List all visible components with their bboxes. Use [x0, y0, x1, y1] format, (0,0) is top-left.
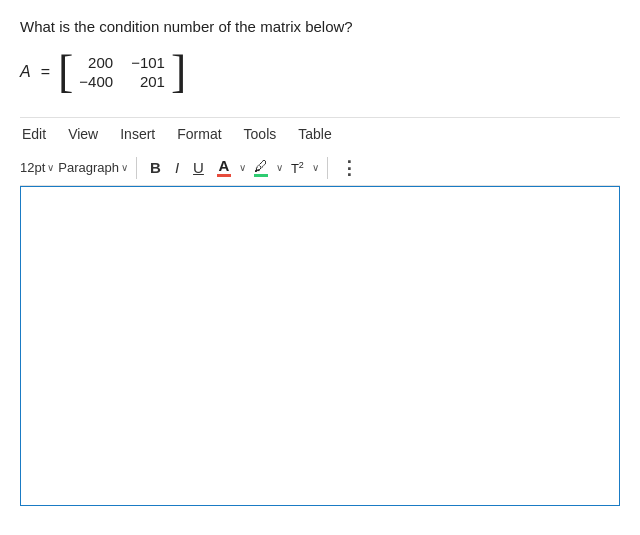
matrix-cell-10: −400 — [79, 73, 113, 90]
font-size-chevron: ∨ — [47, 162, 54, 173]
matrix-values: 200 −101 −400 201 — [73, 52, 171, 92]
matrix-block: A = [ 200 −101 −400 201 ] — [20, 49, 620, 95]
font-size-select[interactable]: 12pt ∨ — [20, 160, 54, 175]
menu-view[interactable]: View — [66, 124, 100, 144]
highlight-letter: 🖊 — [254, 159, 268, 173]
editor-area-wrap — [20, 186, 620, 506]
font-color-bar — [217, 174, 231, 177]
highlight-button[interactable]: 🖊 — [250, 157, 272, 179]
highlight-bar — [254, 174, 268, 177]
matrix-cell-11: 201 — [131, 73, 165, 90]
font-size-value: 12pt — [20, 160, 45, 175]
font-color-chevron[interactable]: ∨ — [239, 162, 246, 173]
italic-button[interactable]: I — [170, 155, 184, 180]
menu-edit[interactable]: Edit — [20, 124, 48, 144]
matrix-label: A — [20, 63, 31, 81]
editor-textarea[interactable] — [21, 187, 619, 505]
bracket-right: ] — [171, 49, 186, 95]
matrix-equals: = — [41, 63, 50, 81]
superscript-button[interactable]: T2 — [287, 157, 308, 177]
menu-format[interactable]: Format — [175, 124, 223, 144]
font-color-button[interactable]: A — [213, 156, 235, 179]
menu-tools[interactable]: Tools — [242, 124, 279, 144]
toolbar-divider-2 — [327, 157, 328, 179]
toolbar-divider-1 — [136, 157, 137, 179]
paragraph-chevron: ∨ — [121, 162, 128, 173]
more-button[interactable]: ⋮ — [340, 157, 359, 179]
matrix-bracket-wrap: [ 200 −101 −400 201 ] — [58, 49, 186, 95]
bold-button[interactable]: B — [145, 155, 166, 180]
menu-bar: Edit View Insert Format Tools Table — [20, 117, 620, 150]
question-text: What is the condition number of the matr… — [20, 18, 620, 35]
paragraph-select[interactable]: Paragraph ∨ — [58, 160, 128, 175]
bracket-left: [ — [58, 49, 73, 95]
font-color-letter: A — [218, 158, 229, 173]
superscript-chevron[interactable]: ∨ — [312, 162, 319, 173]
superscript-label: T2 — [291, 161, 304, 176]
matrix-cell-00: 200 — [79, 54, 113, 71]
menu-table[interactable]: Table — [296, 124, 333, 144]
matrix-cell-01: −101 — [131, 54, 165, 71]
highlight-chevron[interactable]: ∨ — [276, 162, 283, 173]
toolbar: 12pt ∨ Paragraph ∨ B I U A ∨ 🖊 ∨ T2 — [20, 150, 620, 186]
underline-button[interactable]: U — [188, 155, 209, 180]
paragraph-label: Paragraph — [58, 160, 119, 175]
menu-insert[interactable]: Insert — [118, 124, 157, 144]
